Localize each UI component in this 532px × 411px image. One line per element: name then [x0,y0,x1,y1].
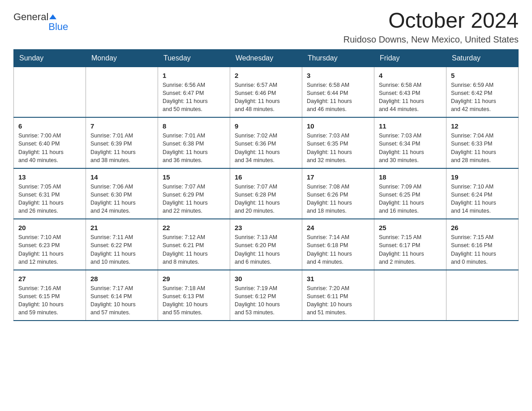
day-sun-info: Sunrise: 6:58 AM Sunset: 6:44 PM Dayligh… [307,81,369,114]
day-number: 13 [18,172,81,182]
calendar-cell: 8Sunrise: 7:01 AM Sunset: 6:38 PM Daylig… [158,117,230,168]
day-sun-info: Sunrise: 7:13 AM Sunset: 6:20 PM Dayligh… [235,233,297,266]
calendar-cell: 18Sunrise: 7:09 AM Sunset: 6:25 PM Dayli… [374,168,446,219]
calendar-cell: 7Sunrise: 7:01 AM Sunset: 6:39 PM Daylig… [86,117,158,168]
day-number: 7 [90,121,153,131]
day-number: 10 [307,121,369,131]
calendar-cell [446,270,519,321]
day-sun-info: Sunrise: 6:56 AM Sunset: 6:47 PM Dayligh… [163,81,225,114]
day-sun-info: Sunrise: 7:20 AM Sunset: 6:11 PM Dayligh… [307,284,369,317]
day-sun-info: Sunrise: 6:58 AM Sunset: 6:43 PM Dayligh… [379,81,442,114]
calendar-cell [374,270,446,321]
day-number: 6 [18,121,81,131]
day-sun-info: Sunrise: 7:09 AM Sunset: 6:25 PM Dayligh… [379,183,442,215]
day-sun-info: Sunrise: 7:04 AM Sunset: 6:33 PM Dayligh… [451,132,514,164]
day-number: 17 [307,172,369,182]
logo: General General Blue [13,9,68,33]
day-sun-info: Sunrise: 7:17 AM Sunset: 6:14 PM Dayligh… [90,284,153,317]
calendar-cell: 15Sunrise: 7:07 AM Sunset: 6:29 PM Dayli… [158,168,230,219]
calendar-cell: 11Sunrise: 7:03 AM Sunset: 6:34 PM Dayli… [374,117,446,168]
calendar-cell: 28Sunrise: 7:17 AM Sunset: 6:14 PM Dayli… [86,270,158,321]
day-sun-info: Sunrise: 7:00 AM Sunset: 6:40 PM Dayligh… [18,132,81,164]
day-number: 2 [235,71,297,80]
day-number: 8 [163,121,225,131]
column-header-friday: Friday [374,49,446,67]
column-header-tuesday: Tuesday [158,49,230,67]
day-sun-info: Sunrise: 6:59 AM Sunset: 6:42 PM Dayligh… [451,81,514,114]
calendar-cell: 17Sunrise: 7:08 AM Sunset: 6:26 PM Dayli… [302,168,374,219]
day-number: 4 [379,71,442,80]
day-sun-info: Sunrise: 7:01 AM Sunset: 6:38 PM Dayligh… [163,132,225,164]
calendar-cell: 12Sunrise: 7:04 AM Sunset: 6:33 PM Dayli… [446,117,519,168]
day-sun-info: Sunrise: 7:03 AM Sunset: 6:34 PM Dayligh… [379,132,442,164]
calendar-cell: 1Sunrise: 6:56 AM Sunset: 6:47 PM Daylig… [158,67,230,117]
calendar-cell: 6Sunrise: 7:00 AM Sunset: 6:40 PM Daylig… [14,117,86,168]
day-sun-info: Sunrise: 7:10 AM Sunset: 6:23 PM Dayligh… [18,233,81,266]
day-sun-info: Sunrise: 7:11 AM Sunset: 6:22 PM Dayligh… [90,233,153,266]
calendar-cell: 10Sunrise: 7:03 AM Sunset: 6:35 PM Dayli… [302,117,374,168]
day-sun-info: Sunrise: 7:18 AM Sunset: 6:13 PM Dayligh… [163,284,225,317]
day-number: 20 [18,223,81,232]
day-sun-info: Sunrise: 7:14 AM Sunset: 6:18 PM Dayligh… [307,233,369,266]
calendar-cell: 13Sunrise: 7:05 AM Sunset: 6:31 PM Dayli… [14,168,86,219]
day-sun-info: Sunrise: 7:16 AM Sunset: 6:15 PM Dayligh… [18,284,81,317]
day-number: 28 [90,274,153,283]
day-number: 14 [90,172,153,182]
calendar-cell: 29Sunrise: 7:18 AM Sunset: 6:13 PM Dayli… [158,270,230,321]
day-number: 24 [307,223,369,232]
day-number: 19 [451,172,514,182]
day-number: 29 [163,274,225,283]
logo-general-text: General [13,11,48,23]
calendar-week-row: 27Sunrise: 7:16 AM Sunset: 6:15 PM Dayli… [14,270,519,321]
header: General General Blue October 2024 Ruidos… [13,9,519,45]
column-header-monday: Monday [86,49,158,67]
column-header-sunday: Sunday [14,49,86,67]
calendar-cell: 16Sunrise: 7:07 AM Sunset: 6:28 PM Dayli… [230,168,302,219]
day-number: 26 [451,223,514,232]
location-subtitle: Ruidoso Downs, New Mexico, United States [343,34,519,45]
calendar-cell: 27Sunrise: 7:16 AM Sunset: 6:15 PM Dayli… [14,270,86,321]
calendar-cell: 21Sunrise: 7:11 AM Sunset: 6:22 PM Dayli… [86,219,158,270]
day-number: 11 [379,121,442,131]
title-area: October 2024 Ruidoso Downs, New Mexico, … [343,9,519,45]
day-sun-info: Sunrise: 7:08 AM Sunset: 6:26 PM Dayligh… [307,183,369,215]
day-sun-info: Sunrise: 7:07 AM Sunset: 6:29 PM Dayligh… [163,183,225,215]
day-number: 1 [163,71,225,80]
day-sun-info: Sunrise: 7:12 AM Sunset: 6:21 PM Dayligh… [163,233,225,266]
day-sun-info: Sunrise: 7:02 AM Sunset: 6:36 PM Dayligh… [235,132,297,164]
day-number: 9 [235,121,297,131]
day-number: 31 [307,274,369,283]
calendar-cell: 30Sunrise: 7:19 AM Sunset: 6:12 PM Dayli… [230,270,302,321]
day-number: 16 [235,172,297,182]
calendar-cell: 9Sunrise: 7:02 AM Sunset: 6:36 PM Daylig… [230,117,302,168]
day-sun-info: Sunrise: 7:10 AM Sunset: 6:24 PM Dayligh… [451,183,514,215]
calendar-cell: 22Sunrise: 7:12 AM Sunset: 6:21 PM Dayli… [158,219,230,270]
day-number: 3 [307,71,369,80]
day-sun-info: Sunrise: 7:15 AM Sunset: 6:17 PM Dayligh… [379,233,442,266]
day-number: 15 [163,172,225,182]
day-sun-info: Sunrise: 7:07 AM Sunset: 6:28 PM Dayligh… [235,183,297,215]
day-number: 30 [235,274,297,283]
calendar-week-row: 13Sunrise: 7:05 AM Sunset: 6:31 PM Dayli… [14,168,519,219]
calendar-cell: 31Sunrise: 7:20 AM Sunset: 6:11 PM Dayli… [302,270,374,321]
calendar-cell: 24Sunrise: 7:14 AM Sunset: 6:18 PM Dayli… [302,219,374,270]
day-number: 23 [235,223,297,232]
day-number: 22 [163,223,225,232]
calendar-week-row: 1Sunrise: 6:56 AM Sunset: 6:47 PM Daylig… [14,67,519,117]
day-sun-info: Sunrise: 7:19 AM Sunset: 6:12 PM Dayligh… [235,284,297,317]
calendar-week-row: 6Sunrise: 7:00 AM Sunset: 6:40 PM Daylig… [14,117,519,168]
day-number: 18 [379,172,442,182]
calendar-header-row: SundayMondayTuesdayWednesdayThursdayFrid… [14,49,519,67]
day-sun-info: Sunrise: 7:06 AM Sunset: 6:30 PM Dayligh… [90,183,153,215]
calendar-cell: 5Sunrise: 6:59 AM Sunset: 6:42 PM Daylig… [446,67,519,117]
calendar-cell [86,67,158,117]
column-header-wednesday: Wednesday [230,49,302,67]
day-sun-info: Sunrise: 7:15 AM Sunset: 6:16 PM Dayligh… [451,233,514,266]
day-number: 25 [379,223,442,232]
day-number: 12 [451,121,514,131]
logo-content: General General Blue [13,11,68,33]
calendar-cell: 26Sunrise: 7:15 AM Sunset: 6:16 PM Dayli… [446,219,519,270]
day-number: 27 [18,274,81,283]
month-year-title: October 2024 [343,9,519,33]
day-sun-info: Sunrise: 7:03 AM Sunset: 6:35 PM Dayligh… [307,132,369,164]
